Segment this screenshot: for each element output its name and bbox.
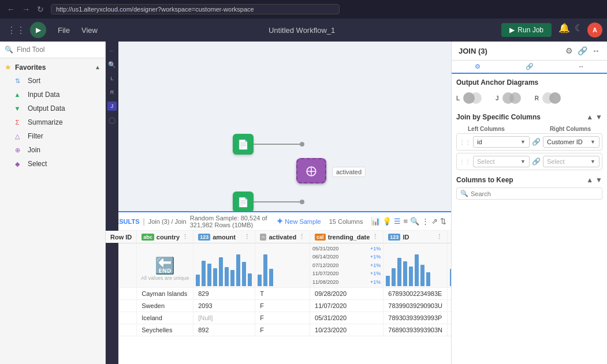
join-node[interactable]: ⨁ [296, 158, 326, 183]
fullscreen-icon[interactable]: ⇅ [440, 217, 446, 226]
edge-search-icon[interactable]: 🔍 [107, 60, 117, 69]
anchor-section-title: Output Anchor Diagrams [456, 78, 602, 87]
right-col-select-2[interactable]: Select ▼ [543, 156, 599, 167]
chart-view-icon[interactable]: 📊 [371, 217, 380, 226]
cell-trending: 09/28/2020 [310, 287, 383, 299]
join-label: Join [28, 146, 40, 154]
summarize-label: Summarize [28, 118, 63, 126]
edge-circle-icon[interactable]: ◯ [107, 115, 117, 125]
run-job-button[interactable]: ▶ Run Job [501, 23, 552, 37]
keep-sort-down[interactable]: ▼ [595, 176, 602, 184]
table-view-icon[interactable]: ☰ [394, 217, 401, 226]
link-columns-icon-2[interactable]: 🔗 [532, 157, 541, 166]
amount-type-icon: 123 [198, 234, 210, 241]
search-box: 🔍 ❮ [0, 42, 105, 58]
run-logo[interactable]: ▶ [30, 22, 46, 38]
col-header-sales[interactable]: 1.2 sales_2021 ⋮ [447, 231, 451, 243]
col-header-id[interactable]: 123 ID ⋮ [383, 231, 448, 243]
settings-icon[interactable]: ⚙ [565, 46, 573, 55]
col-header-trending[interactable]: cal trending_date ⋮ [310, 231, 383, 243]
link-columns-icon[interactable]: 🔗 [532, 138, 541, 146]
lightbulb-icon[interactable]: 💡 [382, 217, 392, 226]
sidebar-item-sort[interactable]: ⇅ Sort [5, 74, 100, 88]
country-col-menu[interactable]: ⋮ [182, 233, 188, 241]
input-data-label: Input Data [28, 91, 59, 99]
keep-sort-up[interactable]: ▲ [586, 176, 593, 184]
workflow-node-input-1[interactable]: 📄 [233, 134, 304, 155]
sales-mini-chart [450, 252, 451, 286]
cell-id: 78930393993993P [383, 312, 448, 324]
keep-sort-icons: ▲ ▼ [586, 176, 602, 184]
moon-icon[interactable]: ☾ [575, 22, 583, 37]
grid-icon[interactable]: ⋮⋮ [5, 22, 28, 38]
cell-id: 67893002234983E [383, 287, 448, 299]
search-results-icon[interactable]: 🔍 [410, 217, 419, 226]
search-columns-box: 🔍 [456, 187, 602, 200]
sidebar-item-input-data[interactable]: ▲ Input Data [5, 88, 100, 102]
expand-panel-icon[interactable]: ↔ [592, 46, 600, 55]
anchor-J: J [496, 90, 530, 106]
workflow-node-input-2[interactable]: 📄 [233, 192, 304, 211]
sidebar-item-output-data[interactable]: ▼ Output Data [5, 102, 100, 115]
workflow-canvas[interactable]: 📄 ⨁ 📄 activated [106, 42, 451, 211]
bell-icon[interactable]: 🔔 [558, 22, 570, 37]
trending-col-menu[interactable]: ⋮ [372, 233, 378, 241]
join-breadcrumb[interactable]: Join (3) / Join [148, 218, 187, 225]
sidebar-item-select[interactable]: ◆ Select [5, 157, 100, 171]
activated-col-menu[interactable]: ⋮ [299, 233, 305, 241]
id-col-menu[interactable]: ⋮ [436, 233, 442, 241]
join-sort-up[interactable]: ▲ [586, 113, 593, 121]
sidebar-item-filter[interactable]: △ Filter [5, 129, 100, 143]
panel-body: Output Anchor Diagrams L J [452, 74, 607, 364]
edge-back-icon[interactable]: ← [107, 46, 117, 55]
nav-forward[interactable]: → [20, 3, 32, 15]
keep-section-title: Columns to Keep ▲ ▼ [456, 176, 602, 184]
output-data-label: Output Data [28, 104, 65, 112]
tab-meta[interactable]: 🔗 [504, 61, 556, 74]
view-controls: 📊 💡 ☰ ≡ 🔍 ⋮ ⇗ ⇅ [371, 217, 446, 226]
left-col-select-2[interactable]: Select ▼ [473, 156, 530, 167]
nav-refresh[interactable]: ↻ [35, 3, 46, 15]
anchor-J-label: J [496, 95, 499, 102]
amount-col-menu[interactable]: ⋮ [244, 233, 250, 241]
nav-back[interactable]: ← [5, 3, 17, 15]
col-header-amount[interactable]: 123 amount ⋮ [193, 231, 255, 243]
filter-label: Filter [28, 132, 43, 140]
sidebar-item-summarize[interactable]: Σ Summarize [5, 115, 100, 129]
chart-preview-row: 🔚 All values are unique [106, 243, 451, 288]
find-tool-input[interactable] [17, 46, 103, 54]
edge-R-icon[interactable]: R [107, 88, 117, 97]
left-col-select-1[interactable]: id ▼ [473, 136, 530, 148]
join-sort-down[interactable]: ▼ [595, 113, 602, 121]
new-sample-button[interactable]: ✚ New Sample [277, 217, 321, 225]
search-cols-icon: 🔍 [460, 190, 468, 197]
join-column-row-2: ⋮⋮ Select ▼ 🔗 Select ▼ [456, 153, 602, 170]
view-menu[interactable]: View [77, 24, 102, 37]
col-header-country[interactable]: abc country ⋮ [137, 231, 193, 243]
sidebar-item-join[interactable]: ⊕ Join [5, 143, 100, 157]
col-header-activated[interactable]: ~ activated ⋮ [255, 231, 310, 243]
join-section: Join by Specific Columns ▲ ▼ Left Column… [456, 113, 602, 170]
right-col-select-1[interactable]: Customer ID ▼ [543, 136, 599, 148]
panel-tabs: ⚙ 🔗 ↔ [452, 61, 607, 74]
list-view-icon[interactable]: ≡ [403, 217, 408, 226]
favorites-header[interactable]: ★ Favorites ▲ [5, 61, 100, 74]
search-columns-input[interactable] [471, 190, 598, 197]
anchor-R-label: R [535, 95, 539, 102]
more-options-icon[interactable]: ⋮ [422, 217, 429, 226]
user-avatar[interactable]: A [587, 22, 602, 37]
table-body: 1 Cayman Islands 829 T 09/28/2020 678930… [106, 287, 451, 336]
file-menu[interactable]: File [53, 24, 75, 37]
link-icon[interactable]: 🔗 [578, 46, 587, 55]
data-table[interactable]: Row ID abc country ⋮ [106, 231, 451, 364]
tab-expand[interactable]: ↔ [555, 61, 607, 74]
tab-config[interactable]: ⚙ [452, 61, 504, 74]
url-bar[interactable] [51, 4, 340, 14]
join-sort-icons: ▲ ▼ [586, 113, 602, 121]
edge-J-icon[interactable]: J [107, 102, 117, 111]
activated-type-icon: ~ [260, 234, 266, 241]
right-col-header: Right Columns [530, 126, 591, 132]
select-label: Select [28, 160, 47, 168]
edge-L-icon[interactable]: L [107, 74, 117, 83]
expand-icon[interactable]: ⇗ [431, 217, 438, 226]
